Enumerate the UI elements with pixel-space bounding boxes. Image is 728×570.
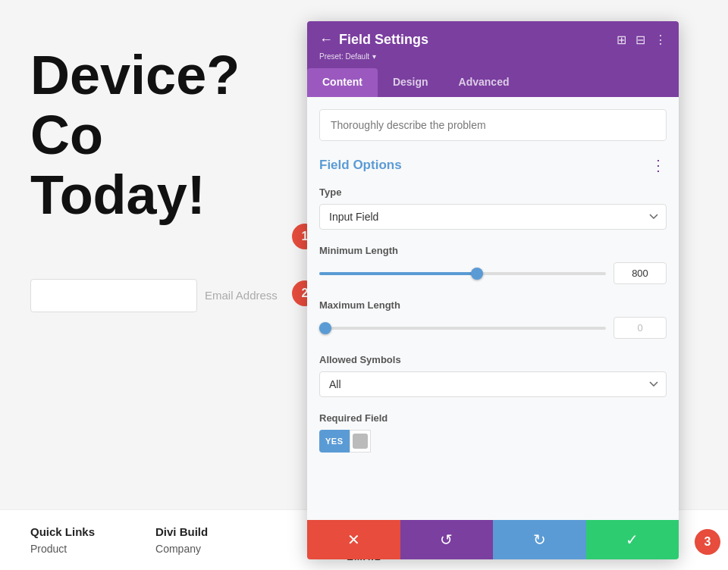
tab-design[interactable]: Design	[378, 68, 444, 97]
min-length-label: Minimum Length	[319, 245, 667, 256]
required-field-label: Required Field	[319, 412, 667, 424]
panel-header: ← Field Settings ⊞ ⊟ ⋮ Preset: Default ▾	[307, 21, 679, 68]
min-length-value-input[interactable]	[613, 262, 667, 284]
columns-icon[interactable]: ⊟	[635, 33, 645, 47]
footer-col-2: Divi Build Company	[155, 525, 208, 555]
max-length-label: Maximum Length	[319, 299, 667, 311]
allowed-symbols-select[interactable]: All	[319, 371, 667, 397]
tab-content[interactable]: Content	[307, 68, 378, 97]
toggle-knob	[353, 434, 368, 449]
footer-col2-link1[interactable]: Company	[155, 543, 208, 555]
min-length-slider-track[interactable]	[319, 272, 606, 275]
min-length-slider-fill	[319, 272, 477, 275]
max-length-slider-row	[319, 317, 667, 339]
toggle-no-area	[350, 430, 371, 453]
panel-tabs: Content Design Advanced	[307, 68, 679, 97]
undo-button[interactable]: ↺	[400, 520, 494, 559]
panel-title-row: ← Field Settings	[319, 32, 428, 48]
expand-icon[interactable]: ⊞	[617, 33, 626, 47]
max-length-field-group: Maximum Length	[319, 299, 667, 339]
type-label: Type	[319, 186, 667, 198]
save-icon: ✓	[626, 531, 639, 549]
type-field-group: Type Input Field	[319, 186, 667, 230]
required-field-group: Required Field YES	[319, 412, 667, 453]
step-badge-3: 3	[695, 529, 720, 555]
email-bg-label: Email Address	[205, 289, 278, 302]
preset-arrow: ▾	[372, 52, 376, 61]
max-length-slider-thumb	[319, 322, 331, 334]
more-icon[interactable]: ⋮	[654, 33, 667, 47]
field-options-title: Field Options	[319, 158, 402, 173]
field-options-section-header: Field Options ⋮	[319, 156, 667, 174]
max-length-value-input[interactable]	[613, 317, 667, 339]
panel-icon-buttons: ⊞ ⊟ ⋮	[617, 33, 667, 47]
footer-col1-title: Quick Links	[30, 525, 95, 538]
redo-icon: ↻	[533, 531, 546, 549]
tab-advanced[interactable]: Advanced	[444, 68, 525, 97]
email-bg-input	[30, 279, 197, 312]
panel-body: Thoroughly describe the problem Field Op…	[307, 97, 679, 520]
panel-header-top: ← Field Settings ⊞ ⊟ ⋮	[319, 32, 667, 48]
describe-box: Thoroughly describe the problem	[319, 109, 667, 141]
preset-label: Preset: Default	[319, 52, 369, 61]
cancel-button[interactable]: ✕	[307, 520, 400, 559]
cancel-icon: ✕	[347, 531, 360, 549]
field-options-menu-icon[interactable]: ⋮	[651, 156, 667, 174]
allowed-symbols-field-group: Allowed Symbols All	[319, 354, 667, 397]
required-toggle[interactable]: YES	[319, 430, 374, 453]
min-length-field-group: Minimum Length	[319, 245, 667, 284]
footer-col2-title: Divi Build	[155, 525, 208, 538]
max-length-slider-track[interactable]	[319, 327, 606, 330]
panel-title: Field Settings	[339, 32, 428, 48]
describe-placeholder: Thoroughly describe the problem	[331, 119, 486, 131]
min-length-slider-thumb	[471, 268, 483, 280]
redo-button[interactable]: ↻	[493, 520, 586, 559]
min-length-slider-row	[319, 262, 667, 284]
required-toggle-row: YES	[319, 430, 667, 453]
toggle-yes-label: YES	[319, 430, 350, 453]
field-settings-panel: ← Field Settings ⊞ ⊟ ⋮ Preset: Default ▾…	[307, 21, 679, 559]
footer-col-1: Quick Links Product	[30, 525, 95, 555]
hero-heading: Device? Co Today!	[30, 45, 318, 226]
preset-selector[interactable]: Preset: Default ▾	[319, 52, 667, 61]
panel-toolbar: ✕ ↺ ↻ ✓	[307, 520, 679, 559]
type-select[interactable]: Input Field	[319, 204, 667, 230]
back-arrow-icon[interactable]: ←	[319, 32, 333, 48]
undo-icon: ↺	[440, 531, 453, 549]
allowed-symbols-label: Allowed Symbols	[319, 354, 667, 365]
footer-col1-link1[interactable]: Product	[30, 543, 95, 555]
save-button[interactable]: ✓	[586, 520, 679, 559]
